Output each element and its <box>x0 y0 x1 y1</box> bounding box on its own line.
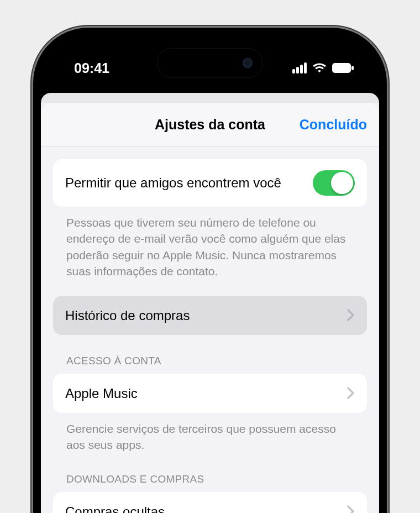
downloads-header: Downloads e compras <box>53 453 367 492</box>
friends-find-you-row: Permitir que amigos encontrem você <box>53 159 367 207</box>
purchase-history-label: Histórico de compras <box>65 307 347 324</box>
friends-find-you-cell: Permitir que amigos encontrem você <box>53 159 367 207</box>
downloads-group: Compras ocultas <box>53 492 367 513</box>
chevron-right-icon <box>347 505 355 513</box>
status-time: 09:41 <box>74 60 109 76</box>
cellular-icon <box>292 62 307 74</box>
hidden-purchases-label: Compras ocultas <box>65 503 347 513</box>
account-access-header: Acesso à conta <box>53 335 367 374</box>
friends-find-you-footer: Pessoas que tiverem seu número de telefo… <box>53 207 367 280</box>
status-right <box>292 62 354 74</box>
sheet-title: Ajustes da conta <box>155 117 265 133</box>
account-access-footer: Gerencie serviços de terceiros que possu… <box>53 413 367 453</box>
apple-music-label: Apple Music <box>65 385 347 402</box>
sheet-header: Ajustes da conta Concluído <box>41 103 379 147</box>
account-settings-sheet: Ajustes da conta Concluído Permitir que … <box>41 103 379 513</box>
purchase-history-row[interactable]: Histórico de compras <box>53 296 367 335</box>
account-access-group: Apple Music <box>53 374 367 413</box>
svg-rect-0 <box>332 63 351 73</box>
phone-screen: 09:41 <box>41 35 379 513</box>
chevron-right-icon <box>347 387 355 399</box>
battery-icon <box>332 63 354 73</box>
apple-music-row[interactable]: Apple Music <box>53 374 367 413</box>
friends-find-you-label: Permitir que amigos encontrem você <box>65 174 313 191</box>
chevron-right-icon <box>347 309 355 321</box>
hidden-purchases-row[interactable]: Compras ocultas <box>53 492 367 513</box>
dynamic-island <box>158 49 262 77</box>
wifi-icon <box>312 62 327 74</box>
svg-rect-1 <box>351 66 354 70</box>
friends-find-you-toggle[interactable] <box>313 170 355 196</box>
done-button[interactable]: Concluído <box>300 103 367 146</box>
front-camera <box>243 58 253 68</box>
phone-frame: 09:41 <box>33 28 387 513</box>
